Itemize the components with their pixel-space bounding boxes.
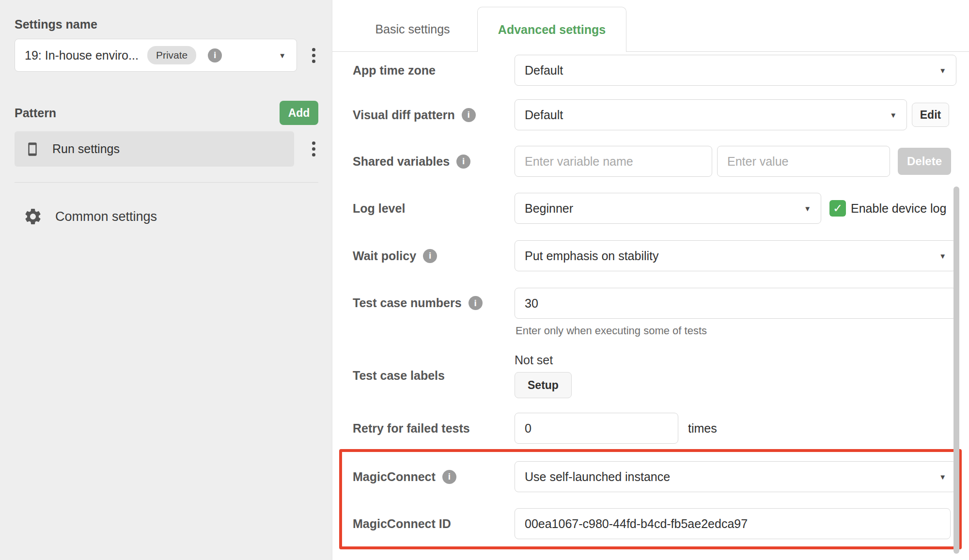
retry-input[interactable] — [515, 413, 678, 444]
test-case-numbers-input[interactable] — [515, 288, 956, 319]
variable-name-input[interactable] — [515, 146, 712, 177]
test-case-numbers-row: Test case numbers i Enter only when exec… — [332, 288, 969, 337]
private-badge: Private — [147, 46, 196, 64]
setup-button[interactable]: Setup — [515, 372, 572, 398]
info-icon[interactable]: i — [462, 108, 476, 122]
enable-device-log-checkbox[interactable]: ✓ — [829, 200, 846, 217]
app-root: Settings name 19: In-house enviro... Pri… — [0, 0, 969, 560]
chevron-down-icon: ▼ — [939, 473, 946, 481]
wait-policy-label: Wait policy — [353, 249, 416, 263]
visual-diff-pattern-label: Visual diff pattern — [353, 108, 455, 122]
add-button[interactable]: Add — [280, 101, 318, 125]
gear-icon — [23, 207, 43, 226]
pattern-header-row: Pattern Add — [15, 101, 318, 125]
pattern-heading: Pattern — [15, 106, 56, 120]
divider — [15, 182, 318, 183]
tab-bar: Basic settings Advanced settings — [332, 0, 969, 52]
pattern-item-row: Run settings — [15, 131, 318, 167]
advanced-settings-panel: Basic settings Advanced settings App tim… — [332, 0, 969, 560]
visual-diff-pattern-row: Visual diff pattern i Default ▼ Edit — [332, 99, 969, 130]
magic-connect-id-row: MagicConnect ID — [342, 508, 959, 539]
info-icon[interactable]: i — [456, 155, 470, 169]
enable-device-log-label: Enable device log — [851, 202, 946, 216]
magic-connect-id-label: MagicConnect ID — [353, 517, 451, 531]
magic-connect-value: Use self-launched instance — [525, 470, 670, 484]
log-level-row: Log level Beginner ▼ ✓ Enable device log — [332, 193, 969, 224]
pattern-item-label: Run settings — [52, 142, 120, 156]
sidebar-item-run-settings[interactable]: Run settings — [15, 131, 294, 167]
wait-policy-select[interactable]: Put emphasis on stability ▼ — [515, 240, 956, 271]
test-case-numbers-helper: Enter only when executing some of tests — [516, 325, 707, 337]
settings-name-heading: Settings name — [15, 17, 318, 31]
magic-connect-row: MagicConnect i Use self-launched instanc… — [342, 461, 959, 492]
chevron-down-icon: ▼ — [279, 52, 286, 59]
test-case-labels-label: Test case labels — [353, 369, 445, 383]
shared-variables-label: Shared variables — [353, 155, 450, 169]
magic-connect-highlight-box: MagicConnect i Use self-launched instanc… — [339, 449, 962, 549]
tab-advanced-settings[interactable]: Advanced settings — [477, 7, 626, 52]
visual-diff-pattern-value: Default — [525, 108, 563, 122]
wait-policy-row: Wait policy i Put emphasis on stability … — [332, 240, 969, 271]
kebab-menu-icon[interactable] — [309, 139, 318, 159]
retry-label: Retry for failed tests — [353, 421, 470, 436]
edit-button[interactable]: Edit — [912, 103, 949, 127]
delete-button[interactable]: Delete — [898, 148, 951, 175]
common-settings-label: Common settings — [55, 209, 157, 224]
info-icon[interactable]: i — [442, 470, 456, 484]
wait-policy-value: Put emphasis on stability — [525, 249, 659, 263]
kebab-menu-icon[interactable] — [309, 45, 318, 66]
vertical-scrollbar[interactable] — [953, 187, 959, 554]
info-icon[interactable]: i — [208, 48, 222, 62]
app-time-zone-select[interactable]: Default ▼ — [515, 55, 956, 86]
info-icon[interactable]: i — [469, 296, 483, 310]
retry-row: Retry for failed tests times — [332, 413, 969, 444]
app-time-zone-label: App time zone — [353, 63, 436, 78]
settings-name-row: 19: In-house enviro... Private i ▼ — [15, 39, 318, 72]
checkmark-icon: ✓ — [833, 202, 843, 215]
chevron-down-icon: ▼ — [890, 111, 897, 119]
test-case-labels-row: Test case labels Not set Setup — [332, 353, 969, 398]
log-level-select[interactable]: Beginner ▼ — [515, 193, 821, 224]
sidebar-item-common-settings[interactable]: Common settings — [15, 207, 318, 226]
variable-value-input[interactable] — [717, 146, 890, 177]
visual-diff-pattern-select[interactable]: Default ▼ — [515, 99, 907, 130]
app-time-zone-row: App time zone Default ▼ — [332, 55, 969, 86]
test-case-labels-status: Not set — [515, 353, 553, 367]
log-level-label: Log level — [353, 202, 405, 216]
test-case-numbers-label: Test case numbers — [353, 296, 462, 310]
magic-connect-select[interactable]: Use self-launched instance ▼ — [515, 461, 956, 492]
log-level-value: Beginner — [525, 202, 573, 216]
smartphone-icon — [25, 139, 40, 159]
magic-connect-label: MagicConnect — [353, 470, 436, 484]
info-icon[interactable]: i — [423, 249, 437, 263]
retry-suffix: times — [688, 421, 717, 436]
chevron-down-icon: ▼ — [804, 205, 811, 212]
settings-name-value: 19: In-house enviro... — [25, 48, 139, 62]
settings-form: App time zone Default ▼ Visual diff patt… — [332, 52, 969, 549]
magic-connect-id-input[interactable] — [515, 508, 951, 539]
app-time-zone-value: Default — [525, 63, 563, 78]
tab-basic-settings[interactable]: Basic settings — [348, 7, 477, 51]
sidebar: Settings name 19: In-house enviro... Pri… — [0, 0, 332, 560]
chevron-down-icon: ▼ — [939, 252, 946, 260]
settings-name-select[interactable]: 19: In-house enviro... Private i ▼ — [15, 39, 297, 72]
shared-variables-row: Shared variables i Delete — [332, 146, 969, 177]
chevron-down-icon: ▼ — [939, 67, 946, 74]
